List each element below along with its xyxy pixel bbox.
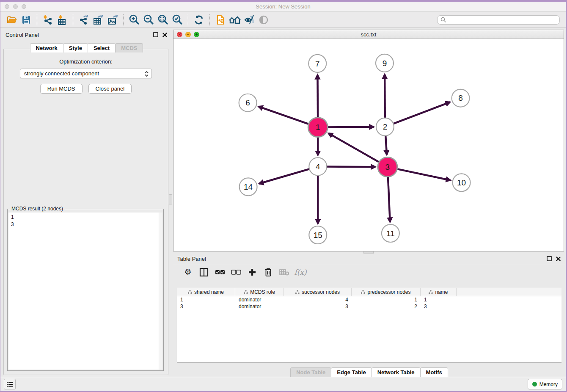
delete-table-icon xyxy=(276,266,292,279)
task-history-button[interactable] xyxy=(4,379,16,389)
optimization-criterion-label: Optimization criterion: xyxy=(4,58,168,65)
table-row[interactable]: 1dominator411 xyxy=(177,296,561,303)
main-toolbar xyxy=(0,12,566,28)
refresh-styles-icon[interactable] xyxy=(192,14,206,26)
import-table-icon[interactable] xyxy=(55,14,69,26)
run-mcds-button[interactable]: Run MCDS xyxy=(40,84,83,94)
table-cell: 1 xyxy=(177,296,235,303)
birdseye-view-icon[interactable] xyxy=(256,14,271,26)
export-table-icon[interactable] xyxy=(91,14,105,26)
search-input[interactable] xyxy=(437,15,560,25)
export-network-icon[interactable] xyxy=(77,14,91,26)
network-graph[interactable]: 1234678910111415 xyxy=(173,39,564,251)
table-cell: 3 xyxy=(284,303,352,310)
add-column-icon[interactable] xyxy=(244,266,260,279)
table-tabs: Node TableEdge TableNetwork TableMotifs xyxy=(173,367,565,377)
column-header-successor-nodes[interactable]: successor nodes xyxy=(284,288,352,296)
memory-button[interactable]: Memory xyxy=(528,379,562,389)
close-panel-icon[interactable] xyxy=(162,33,167,37)
mcds-result-group: MCDS result (2 nodes) 1 3 xyxy=(7,209,164,371)
vertical-splitter-grip[interactable] xyxy=(169,194,172,204)
column-header-shared-name[interactable]: shared name xyxy=(177,288,235,296)
select-all-columns-icon[interactable] xyxy=(212,266,228,279)
close-table-panel-icon[interactable] xyxy=(556,257,561,261)
table-settings-gear-icon[interactable]: ⚙ xyxy=(180,266,196,279)
tab-network-table[interactable]: Network Table xyxy=(372,367,421,377)
tab-edge-table[interactable]: Edge Table xyxy=(331,367,372,377)
toolbar-separator xyxy=(188,14,188,25)
deselect-all-columns-icon[interactable] xyxy=(228,266,244,279)
table-toolbar: ⚙ f(x) xyxy=(173,264,565,280)
graph-node-label-10: 10 xyxy=(457,178,466,187)
show-all-networks-icon[interactable] xyxy=(228,14,242,26)
search-icon xyxy=(440,17,446,25)
graph-node-label-6: 6 xyxy=(245,98,250,107)
search-field xyxy=(437,15,560,25)
mcds-result-text[interactable]: 1 3 xyxy=(8,213,162,370)
column-layout-icon[interactable] xyxy=(196,266,212,279)
delete-column-trash-icon[interactable] xyxy=(260,266,276,279)
table-cell: 2 xyxy=(352,303,421,310)
duplicate-network-icon[interactable] xyxy=(213,14,228,26)
import-network-icon[interactable] xyxy=(41,14,55,26)
result-scrollbar[interactable] xyxy=(159,213,162,370)
toolbar-separator xyxy=(123,14,124,25)
column-header-predecessor-nodes[interactable]: predecessor nodes xyxy=(352,288,421,296)
column-header-name[interactable]: name xyxy=(421,288,457,296)
graph-node-label-11: 11 xyxy=(386,229,395,238)
tab-network[interactable]: Network xyxy=(30,43,63,52)
table-cell: 4 xyxy=(284,296,352,303)
control-panel: Control Panel NetworkStyleSelectMCDS Opt… xyxy=(1,30,171,375)
mcds-panel: Optimization criterion: strongly connect… xyxy=(3,49,168,375)
table-cell: 1 xyxy=(352,296,421,303)
export-image-icon[interactable] xyxy=(105,14,120,26)
control-panel-tabs: NetworkStyleSelectMCDS xyxy=(1,43,171,52)
tab-select[interactable]: Select xyxy=(88,43,116,52)
graph-node-label-15: 15 xyxy=(314,231,322,240)
graph-node-label-7: 7 xyxy=(315,59,320,68)
toolbar-separator xyxy=(209,14,210,25)
float-table-panel-icon[interactable] xyxy=(547,256,552,261)
column-header-MCDS-role[interactable]: MCDS role xyxy=(235,288,284,296)
zoom-out-icon[interactable] xyxy=(141,14,156,26)
tab-style[interactable]: Style xyxy=(63,43,88,52)
graph-node-label-9: 9 xyxy=(383,59,387,68)
app-window: Session: New Session xyxy=(0,2,566,391)
graph-edge-2-8[interactable] xyxy=(385,102,450,127)
tab-mcds[interactable]: MCDS xyxy=(115,43,143,52)
function-builder-icon: f(x) xyxy=(292,266,308,279)
memory-status-icon xyxy=(532,382,537,386)
tab-motifs[interactable]: Motifs xyxy=(420,367,448,377)
zoom-fit-icon[interactable] xyxy=(156,14,170,26)
table-cell: 3 xyxy=(421,303,457,310)
column-type-icon xyxy=(429,290,433,294)
table-panel-title: Table Panel xyxy=(177,256,206,262)
table-cell: dominator xyxy=(235,296,284,303)
network-title: scc.txt xyxy=(173,31,564,38)
save-session-icon[interactable] xyxy=(19,14,33,26)
tab-node-table[interactable]: Node Table xyxy=(290,367,331,377)
graph-node-label-1: 1 xyxy=(316,123,320,132)
toggle-graphics-details-icon[interactable] xyxy=(242,14,256,26)
network-window: × − + scc.txt 1234678910111415 xyxy=(173,30,564,251)
float-panel-icon[interactable] xyxy=(153,32,158,37)
close-panel-button[interactable]: Close panel xyxy=(88,84,132,94)
column-type-icon xyxy=(188,290,192,294)
table-cell: dominator xyxy=(235,303,284,310)
open-session-icon[interactable] xyxy=(5,14,19,26)
graph-node-label-8: 8 xyxy=(458,94,463,102)
toolbar-separator xyxy=(73,14,73,25)
column-type-icon xyxy=(361,290,365,294)
table-panel: Table Panel ⚙ xyxy=(173,254,565,378)
zoom-selected-icon[interactable] xyxy=(170,14,184,26)
zoom-in-icon[interactable] xyxy=(127,14,141,26)
network-window-titlebar[interactable]: × − + scc.txt xyxy=(173,30,564,39)
title-bar: Session: New Session xyxy=(0,2,566,12)
column-type-icon xyxy=(244,290,248,294)
table-header-row: shared nameMCDS rolesuccessor nodesprede… xyxy=(177,288,561,296)
table-row[interactable]: 3dominator323 xyxy=(177,303,561,310)
session-title: Session: New Session xyxy=(0,3,566,10)
column-type-icon xyxy=(295,290,300,294)
memory-label: Memory xyxy=(539,381,558,387)
optimization-criterion-select[interactable]: strongly connected component xyxy=(20,69,152,78)
